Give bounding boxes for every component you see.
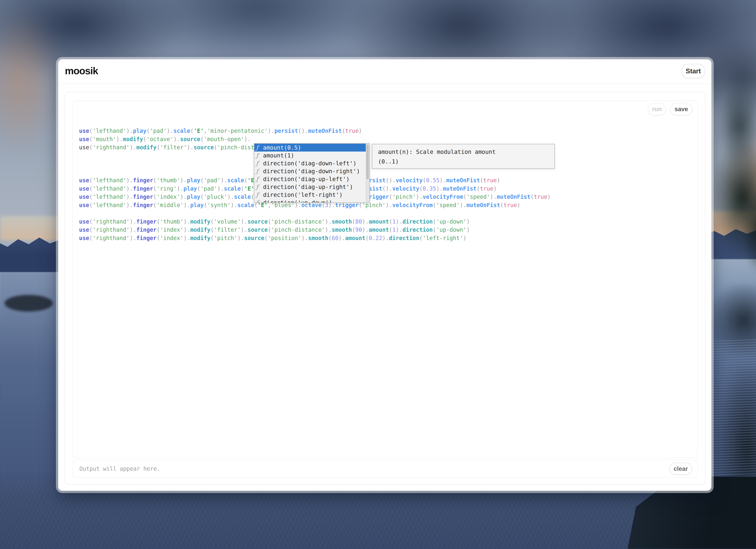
code-token: direction <box>402 218 433 225</box>
autocomplete-item[interactable]: ƒamount(1) <box>254 152 366 159</box>
code-token: ( <box>433 202 436 208</box>
code-token: 0.35 <box>423 185 436 192</box>
code-token: 'pinch-distance' <box>271 227 325 233</box>
code-token: ( <box>89 227 93 233</box>
code-token: ). <box>180 177 187 184</box>
save-button[interactable]: save <box>670 103 692 115</box>
code-token: 'octave' <box>147 136 173 142</box>
code-token: modify <box>190 218 210 225</box>
code-token: ). <box>130 144 136 151</box>
code-token: 1 <box>392 218 396 225</box>
autocomplete-item[interactable]: ƒdirection('up-down') <box>254 199 366 203</box>
start-button[interactable]: Start <box>681 64 705 78</box>
code-token: true <box>345 128 359 134</box>
code-token: ( <box>153 202 156 208</box>
horizon-band-right <box>705 211 756 235</box>
code-token: 'volume' <box>214 218 241 225</box>
code-line[interactable]: use('righthand').finger('index').modify(… <box>79 226 470 234</box>
code-token: ). <box>126 194 133 200</box>
autocomplete-item[interactable]: ƒdirection('diag-down-right') <box>254 167 366 175</box>
code-token: ( <box>477 185 480 192</box>
app-logo: moosik <box>65 65 98 77</box>
autocomplete-item[interactable]: ƒdirection('diag-down-left') <box>254 159 366 167</box>
code-token: ). <box>382 235 389 241</box>
code-token: play <box>187 177 200 184</box>
code-token: ) <box>466 227 470 233</box>
code-token: finger <box>133 177 153 184</box>
code-token: velocityFrom <box>392 202 433 208</box>
code-token: 'E' <box>244 185 254 192</box>
code-line[interactable]: use('mouth').modify('octave').source('mo… <box>79 135 251 144</box>
code-token: 'index' <box>160 227 184 233</box>
code-token: ) <box>517 202 520 208</box>
code-token: velocity <box>396 177 423 184</box>
code-token: 0.55 <box>426 177 440 184</box>
code-token: 'up-down' <box>436 227 466 233</box>
code-token: ( <box>153 194 156 200</box>
scrollbar-thumb[interactable] <box>366 144 369 179</box>
code-token: 'righthand' <box>93 218 130 225</box>
autocomplete-item-selected[interactable]: ƒamount(0.5) <box>254 144 366 152</box>
code-token: ). <box>362 218 369 225</box>
code-token: ). <box>221 177 227 184</box>
screen: moosik Start run save use('lefthand').pl… <box>0 0 756 549</box>
code-token: ( <box>389 194 392 200</box>
autocomplete-item[interactable]: ƒdirection('diag-up-left') <box>254 175 366 183</box>
code-token: ). <box>241 218 248 225</box>
code-token: ). <box>184 218 190 225</box>
autocomplete-list: ƒamount(0.5)ƒamount(1)ƒdirection('diag-d… <box>254 144 366 203</box>
code-token: ) <box>359 128 362 134</box>
code-token: ). <box>167 128 173 134</box>
output-placeholder: Output will appear here. <box>79 466 669 472</box>
code-token: use <box>79 235 89 241</box>
output-panel: Output will appear here. clear <box>72 460 698 478</box>
code-line[interactable]: use('lefthand').play('pad').scale('E','m… <box>79 127 362 135</box>
code-token: ( <box>89 235 93 241</box>
code-line[interactable]: use('righthand').finger('index').modify(… <box>79 234 466 242</box>
lake-water-left <box>0 257 64 499</box>
autocomplete-item[interactable]: ƒdirection('diag-up-right') <box>254 183 366 191</box>
run-button[interactable]: run <box>648 103 666 115</box>
code-token: 'lefthand' <box>93 202 126 208</box>
code-token: 'left-right' <box>423 235 463 241</box>
code-token: 'middle' <box>156 202 183 208</box>
code-token: muteOnFist <box>497 194 530 200</box>
code-token: 'pluck' <box>204 194 227 200</box>
code-token: play <box>187 194 200 200</box>
mountains-left <box>0 230 67 272</box>
cloud-shape <box>129 0 386 60</box>
code-line[interactable]: use('righthand').finger('thumb').modify(… <box>79 218 470 226</box>
pine-tree <box>717 85 756 166</box>
function-icon: ƒ <box>256 191 263 198</box>
code-token: ( <box>89 177 93 184</box>
code-token: ). <box>116 136 123 142</box>
autocomplete-scrollbar[interactable] <box>366 144 369 202</box>
code-token: ( <box>500 202 503 208</box>
code-token: use <box>79 144 89 151</box>
code-token: source <box>248 227 268 233</box>
autocomplete-item-label: direction('diag-up-right') <box>263 184 353 190</box>
code-token: ( <box>423 177 426 184</box>
code-token: ( <box>389 227 392 233</box>
code-token: ). <box>325 218 332 225</box>
pine-tree <box>711 141 756 256</box>
code-token: ) <box>493 185 497 192</box>
autocomplete-item-label: amount(1) <box>263 152 294 159</box>
function-icon: ƒ <box>256 160 263 167</box>
autocomplete-item[interactable]: ƒdirection('left-right') <box>254 191 366 199</box>
autocomplete-item-label: direction('diag-down-left') <box>263 160 357 167</box>
code-token: use <box>79 185 89 192</box>
function-icon: ƒ <box>256 152 263 159</box>
code-token: source <box>248 218 268 225</box>
code-token: 'righthand' <box>93 235 130 241</box>
code-token: ( <box>480 177 483 184</box>
code-token: 'speed' <box>466 194 490 200</box>
code-token: ( <box>352 218 355 225</box>
code-token: ( <box>268 218 271 225</box>
code-token: ( <box>89 136 93 142</box>
code-token: ( <box>352 227 355 233</box>
code-token: play <box>190 202 204 208</box>
clear-button[interactable]: clear <box>669 463 692 475</box>
code-token: ). <box>241 227 248 233</box>
code-token: smooth <box>332 218 352 225</box>
